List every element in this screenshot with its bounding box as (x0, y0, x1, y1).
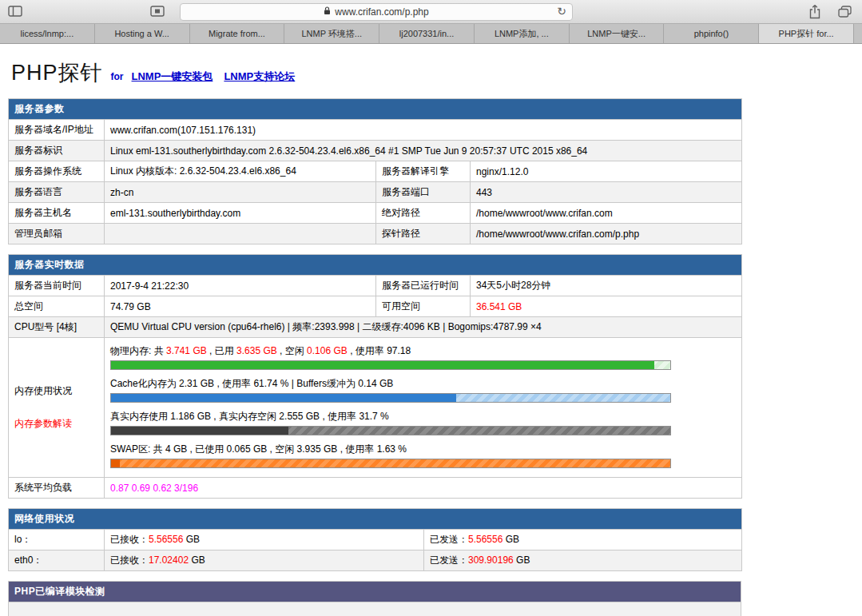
browser-tab[interactable]: Hosting a W... (95, 24, 190, 43)
row-label: 服务器已运行时间 (376, 276, 471, 296)
browser-tab-partial[interactable] (854, 24, 862, 43)
reload-icon[interactable]: ↻ (557, 5, 566, 18)
memory-usage-label: 内存使用状况 (14, 384, 98, 398)
row-label: 绝对路径 (376, 203, 471, 224)
share-icon[interactable] (808, 4, 821, 22)
table-row: 服务器标识 Linux eml-131.southerlybirthday.co… (9, 141, 742, 161)
row-value: 36.541 GB (471, 296, 742, 317)
tab-bar: licess/lnmp:... Hosting a W... Migrate f… (0, 24, 862, 44)
section-title: PHP已编译模块检测 (9, 582, 741, 602)
row-value: www.crifan.com(107.151.176.131) (105, 120, 742, 141)
window-icon[interactable] (150, 6, 165, 20)
network-sent-cell: 已发送：5.56556 GB (424, 530, 742, 550)
sidebar-toggle-icon[interactable] (8, 6, 22, 20)
row-value: 74.79 GB (105, 296, 376, 317)
network-sent-cell: 已发送：309.90196 GB (424, 550, 742, 571)
lnmp-forum-link[interactable]: LNMP支持论坛 (224, 70, 295, 84)
row-label: 服务器标识 (9, 141, 105, 161)
browser-tab[interactable]: lj2007331/in... (379, 24, 475, 43)
network-recv-cell: 已接收：17.02402 GB (105, 550, 424, 571)
table-row: 网络使用状况 (9, 509, 742, 530)
network-sent-value: 5.56556 (468, 534, 503, 545)
section-title: 网络使用状况 (9, 509, 742, 530)
real-memory-bar (110, 426, 671, 435)
table-row: 系统平均负载 0.87 0.69 0.62 3/196 (9, 478, 742, 499)
row-value: Linux 内核版本: 2.6.32-504.23.4.el6.x86_64 (105, 161, 376, 182)
row-value: QEMU Virtual CPU version (cpu64-rhel6) |… (105, 317, 742, 338)
row-label: 总空间 (9, 296, 105, 317)
row-value: 443 (471, 182, 742, 203)
row-value (105, 224, 376, 244)
table-row: 总空间 74.79 GB 可用空间 36.541 GB (9, 296, 742, 317)
row-label: 探针路径 (376, 224, 471, 244)
browser-tab-active[interactable]: PHP探针 for... (759, 24, 854, 43)
browser-tab[interactable]: Migrate from... (190, 24, 285, 43)
table-row: 服务器主机名 eml-131.southerlybirthday.com 绝对路… (9, 203, 742, 224)
memory-value: 3.741 GB (166, 345, 207, 356)
table-row: 服务器参数 (9, 99, 742, 120)
table-row: PHP已编译模块检测 (9, 582, 741, 602)
browser-tab[interactable]: LNMP添加, ... (475, 24, 570, 43)
section-title: 服务器实时数据 (9, 255, 742, 276)
table-row: 管理员邮箱 探针路径 /home/wwwroot/www.crifan.com/… (9, 224, 742, 244)
row-label: 服务器操作系统 (9, 161, 105, 182)
row-label: 管理员邮箱 (9, 224, 105, 244)
memory-note-link[interactable]: 内存参数解读 (14, 417, 98, 431)
row-label: 可用空间 (376, 296, 471, 317)
browser-tab[interactable]: LNMP一键安... (570, 24, 665, 43)
address-bar[interactable]: www.crifan.com/p.php ↻ (180, 3, 573, 21)
row-label: eth0： (9, 550, 105, 571)
memory-detail-cell: 物理内存: 共 3.741 GB , 已用 3.635 GB , 空闲 0.10… (105, 338, 742, 478)
network-recv-value: 17.02402 (149, 554, 189, 566)
memory-label-cell: 内存使用状况 内存参数解读 (9, 338, 105, 478)
table-row: Core date ereg libxml openssl pcre sqlit… (9, 602, 741, 616)
table-row: eth0： 已接收：17.02402 GB 已发送：309.90196 GB (9, 550, 742, 571)
network-recv-value: 5.56556 (149, 534, 183, 545)
row-value: /home/wwwroot/www.crifan.com (471, 203, 742, 224)
row-label: 服务器当前时间 (9, 276, 105, 296)
row-label: lo： (9, 530, 105, 550)
table-row: lo： 已接收：5.56556 GB 已发送：5.56556 GB (9, 530, 742, 550)
tab-overview-icon[interactable] (838, 6, 852, 21)
for-label: for (111, 71, 124, 82)
row-value: 34天5小时28分钟 (471, 276, 742, 296)
row-value: /home/wwwroot/www.crifan.com/p.php (471, 224, 742, 244)
section-title: 服务器参数 (9, 99, 742, 120)
row-label: CPU型号 [4核] (9, 317, 105, 338)
row-value: Linux eml-131.southerlybirthday.com 2.6.… (105, 141, 742, 161)
browser-tab[interactable]: LNMP 环境搭... (284, 24, 379, 43)
physical-memory-bar (110, 360, 671, 370)
server-params-table: 服务器参数 服务器域名/IP地址 www.crifan.com(107.151.… (8, 98, 742, 244)
row-value: zh-cn (105, 182, 376, 203)
url-text: www.crifan.com/p.php (335, 6, 428, 18)
page-header: PHP探针 for LNMP一键安装包 LNMP支持论坛 (11, 58, 854, 87)
table-row: 服务器当前时间 2017-9-4 21:22:30 服务器已运行时间 34天5小… (9, 276, 742, 296)
browser-toolbar: www.crifan.com/p.php ↻ (0, 0, 862, 24)
row-label: 服务器主机名 (9, 203, 105, 224)
row-value: nginx/1.12.0 (471, 161, 742, 182)
table-row: 服务器实时数据 (9, 255, 742, 276)
table-row: CPU型号 [4核] QEMU Virtual CPU version (cpu… (9, 317, 742, 338)
browser-tab[interactable]: phpinfo() (664, 24, 759, 43)
row-value: eml-131.southerlybirthday.com (105, 203, 376, 224)
table-row: 内存使用状况 内存参数解读 物理内存: 共 3.741 GB , 已用 3.63… (9, 338, 742, 478)
physical-memory-line: 物理内存: 共 3.741 GB , 已用 3.635 GB , 空闲 0.10… (110, 344, 736, 358)
lock-icon (324, 6, 331, 18)
table-row: 服务器域名/IP地址 www.crifan.com(107.151.176.13… (9, 120, 742, 141)
swap-line: SWAP区: 共 4 GB , 已使用 0.065 GB , 空闲 3.935 … (110, 443, 736, 456)
cache-memory-bar (110, 393, 671, 403)
table-row: 服务器语言 zh-cn 服务器端口 443 (9, 182, 742, 203)
load-average-value: 0.87 0.69 0.62 3/196 (105, 478, 742, 499)
browser-tab[interactable]: licess/lnmp:... (0, 24, 95, 43)
network-table: 网络使用状况 lo： 已接收：5.56556 GB 已发送：5.56556 GB… (8, 508, 742, 571)
network-recv-cell: 已接收：5.56556 GB (105, 530, 424, 550)
swap-bar (110, 459, 671, 468)
modules-list-cell: Core date ereg libxml openssl pcre sqlit… (9, 602, 741, 616)
realtime-table: 服务器实时数据 服务器当前时间 2017-9-4 21:22:30 服务器已运行… (8, 254, 742, 499)
modules-table: PHP已编译模块检测 Core date ereg libxml openssl… (8, 581, 741, 616)
lnmp-installer-link[interactable]: LNMP一键安装包 (132, 70, 213, 84)
page-content: PHP探针 for LNMP一键安装包 LNMP支持论坛 服务器参数 服务器域名… (0, 44, 862, 616)
page-title: PHP探针 (11, 58, 103, 87)
row-label: 服务器语言 (9, 182, 105, 203)
network-sent-value: 309.90196 (468, 554, 514, 566)
